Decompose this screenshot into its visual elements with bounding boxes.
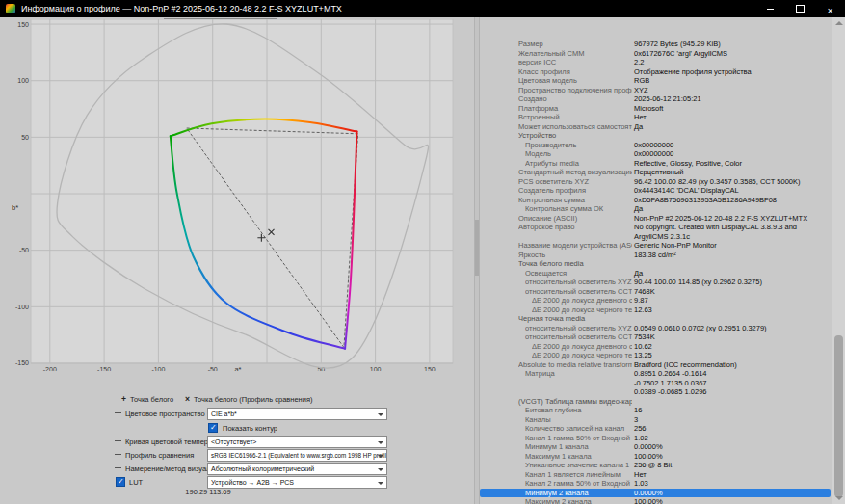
property-row[interactable]: Канал 2 гамма 50% от Входной1.03 [480, 479, 831, 489]
property-row[interactable]: Контрольная сумма ОКДа [480, 204, 831, 214]
property-row[interactable]: ΔE 2000 до локуса черного тела12.63 [480, 305, 831, 315]
plot-background [31, 19, 453, 363]
colorspace-label: Цветовое пространство [125, 410, 205, 418]
rendering-intent-dropdown[interactable]: Абсолютный колориметрический [207, 463, 387, 475]
scroll-down-icon[interactable] [835, 496, 843, 500]
close-button[interactable] [815, 0, 845, 17]
property-row[interactable]: Яркость183.38 cd/m² [480, 251, 831, 260]
property-label: Канал 2 гамма 50% от Входной [525, 479, 632, 489]
property-row[interactable]: Размер967972 Bytes (945.29 KiB) [480, 40, 831, 49]
dash-icon [115, 440, 121, 441]
property-row[interactable]: ΔE 2000 до локуса черного тела13.25 [480, 351, 831, 360]
property-row[interactable]: Максимум 1 канала100.00% [480, 452, 831, 462]
app-icon [6, 4, 15, 13]
property-row[interactable]: ПлатформаMicrosoft [480, 104, 831, 114]
profile-info-window: Информация о профиле — Non-PnP #2 2025-0… [0, 0, 845, 504]
property-row[interactable]: Канал 1 является линейнымНет [480, 470, 831, 480]
x-tick-label: -200 [43, 366, 57, 371]
property-section-row[interactable]: Черная точка media [480, 314, 831, 324]
property-value: 3 [634, 415, 638, 425]
property-row[interactable]: Класс профиляОтображение профиля устройс… [480, 67, 831, 77]
property-row[interactable]: версия ICC2.2 [480, 58, 831, 67]
property-row[interactable]: Контрольная сумма0xD5FA8B75696313953A5B1… [480, 196, 831, 205]
property-row[interactable]: относительный осветитель CCT7468K [480, 287, 831, 297]
property-value: 0.0000% [634, 489, 663, 498]
property-label: Точка белого media [518, 259, 632, 269]
property-row[interactable]: Авторское правоNo copyright. Created wit… [480, 223, 831, 232]
property-row[interactable]: Описание (ASCII)Non-PnP #2 2025-06-12 20… [480, 214, 831, 224]
window-title: Информация о профиле — Non-PnP #2 2025-0… [21, 4, 755, 13]
property-row[interactable]: Цветовая модельRGB [480, 76, 831, 86]
y-tick-label: -100 [15, 304, 29, 310]
property-label: Модель [525, 149, 632, 159]
legend-white-point-comparison[interactable]: × Точка белого (Профиль сравнения) [185, 394, 312, 404]
y-tick-label: -150 [15, 359, 29, 366]
property-row[interactable]: относительный осветитель XYZ90.44 100.00… [480, 278, 831, 287]
temperature-curve-dropdown[interactable]: <Отсутствует> [207, 436, 387, 448]
scroll-up-icon[interactable] [835, 21, 843, 25]
property-value: 967972 Bytes (945.29 KiB) [634, 40, 721, 49]
lut-checkbox[interactable] [116, 477, 125, 487]
property-row[interactable]: PCS осветитель XYZ96.42 100.00 82.49 (xy… [480, 177, 831, 187]
property-row[interactable]: Минимум 1 канала0.0000% [480, 442, 831, 452]
maximize-button[interactable] [785, 0, 815, 17]
property-row[interactable]: Название модели устройства (ASCII)Generi… [480, 241, 831, 251]
property-row[interactable]: Битовая глубина16 [480, 406, 831, 415]
property-label: Контрольная сумма [518, 196, 632, 205]
property-row[interactable]: Канал 1 гамма 50% от Входной1.02 [480, 434, 831, 443]
property-row[interactable]: -0.7502 1.7135 0.0367 [480, 379, 831, 388]
property-row[interactable]: ArgyllCMS 2.3.1c [480, 232, 831, 242]
property-row[interactable]: Матрица0.8951 0.2664 -0.1614 [480, 369, 831, 379]
property-row[interactable]: Может использоваться самостоятельноДа [480, 122, 831, 132]
property-value: 100.00% [634, 497, 663, 504]
property-row[interactable]: Стандартный метод визуализацииПерцептивн… [480, 168, 831, 177]
x-tick-label: -150 [97, 366, 111, 371]
divider-thumb[interactable] [475, 220, 479, 276]
property-row[interactable]: Создано2025-06-12 21:05:21 [480, 94, 831, 104]
property-row[interactable]: Создатель профиля0x4443414C 'DCAL' Displ… [480, 186, 831, 196]
property-row[interactable]: ΔE 2000 до локуса дневного света9.87 [480, 296, 831, 305]
comparison-profile-dropdown[interactable]: sRGB IEC61966-2.1 (Equivalent to www.srg… [207, 449, 387, 462]
legend-white-point[interactable]: + Точка белого [121, 394, 173, 404]
minimize-button[interactable] [755, 0, 785, 17]
property-value: 9.87 [634, 296, 648, 305]
property-label: относительный осветитель XYZ [525, 278, 632, 287]
property-label: Каналы [525, 415, 632, 425]
property-row[interactable]: Модель0x00000000 [480, 149, 831, 159]
property-row[interactable]: Количество записей на канал256 [480, 424, 831, 434]
property-row[interactable]: Производитель0x00000000 [480, 141, 831, 150]
property-row[interactable]: Максимум 2 канала100.00% [480, 497, 831, 504]
scrollbar-thumb[interactable] [834, 335, 843, 497]
property-row[interactable]: ВстроенныйНет [480, 113, 831, 122]
colorspace-dropdown[interactable]: CIE a*b* [207, 408, 387, 420]
property-row[interactable]: ΔE 2000 до локуса дневного света10.62 [480, 342, 831, 352]
property-section-row[interactable]: Устройство [480, 131, 831, 141]
property-row[interactable]: ОсвещаетсяДа [480, 269, 831, 279]
property-row[interactable]: Минимум 2 канала0.0000% [480, 489, 831, 498]
y-tick-label: 150 [17, 21, 29, 28]
property-row[interactable]: Атрибуты mediaReflective, Glossy, Positi… [480, 159, 831, 169]
property-label: Количество записей на канал [525, 424, 632, 434]
property-value: 2.2 [634, 58, 644, 67]
property-row[interactable]: Желательный CMM0x6172676C 'argl' ArgyllC… [480, 49, 831, 59]
property-section-row[interactable]: Точка белого media [480, 259, 831, 269]
property-value: 13.25 [634, 351, 652, 360]
property-row[interactable]: Каналы3 [480, 415, 831, 425]
comparison-profile-row: Профиль сравнения sRGB IEC61966-2.1 (Equ… [0, 449, 474, 462]
property-row[interactable]: Пространство подключения профиля (PCS)XY… [480, 86, 831, 95]
property-value: 2025-06-12 21:05:21 [634, 94, 701, 104]
show-outline-checkbox[interactable] [208, 423, 218, 433]
close-icon [827, 0, 833, 17]
property-row[interactable]: Absolute to media relative transformBrad… [480, 360, 831, 370]
property-row[interactable]: 0.0389 -0.0685 1.0296 [480, 387, 831, 397]
property-row[interactable]: относительный осветитель CCT7534K [480, 332, 831, 342]
property-label: Атрибуты media [525, 159, 632, 169]
property-section-row[interactable]: (VCGT) Таблица гаммы видео-карты [480, 397, 831, 407]
properties-scrollbar[interactable] [832, 17, 845, 504]
property-value: Non-PnP #2 2025-06-12 20-48 2.2 F-S XYZL… [634, 214, 807, 224]
property-row[interactable]: Уникальное значение канала 1256 @ 8 Bit [480, 461, 831, 470]
property-value: Да [634, 269, 643, 279]
property-label: Матрица [525, 369, 632, 379]
gamut-chart[interactable]: -200-150-100-505010015015010050-50-100-1… [10, 19, 462, 371]
property-row[interactable]: относительный осветитель XYZ0.0549 0.061… [480, 324, 831, 333]
